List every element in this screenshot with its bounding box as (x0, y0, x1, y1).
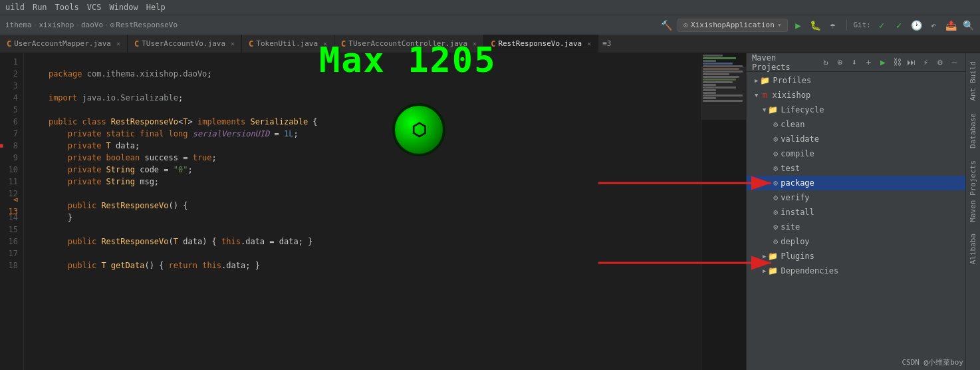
breadcrumb-daovo[interactable]: daoVo (81, 21, 103, 29)
maven-collapse-btn[interactable]: — (949, 57, 960, 69)
verify-gear-icon: ⚙ (773, 193, 778, 202)
code-line-14: } (29, 212, 695, 224)
code-line-4: import java.io.Serializable; (29, 92, 695, 104)
breadcrumb-xixishop[interactable]: xixishop (39, 21, 74, 29)
tree-item-clean[interactable]: ⚙ clean (747, 117, 965, 132)
side-tabs: Ant Build Database Maven Projects Alibab… (965, 53, 980, 370)
maven-import-btn[interactable]: ⊕ (834, 57, 846, 69)
maven-refresh-btn[interactable]: ↻ (820, 57, 831, 69)
run-config-selector[interactable]: ⊙ XixishopApplication ▾ (677, 19, 788, 32)
menu-build[interactable]: uild (5, 3, 25, 12)
tree-item-xixishop[interactable]: ▼ m xixishop (747, 88, 965, 102)
breadcrumb-class[interactable]: RestResponseVo (116, 21, 178, 29)
test-label: test (781, 164, 800, 173)
menu-tools[interactable]: Tools (55, 3, 79, 12)
dependencies-arrow: ▶ (763, 268, 766, 274)
menu-window[interactable]: Window (109, 3, 138, 12)
git-history[interactable]: 🕐 (910, 19, 923, 32)
maven-chain-btn[interactable]: ⛓ (892, 57, 903, 69)
profiles-arrow: ▶ (755, 77, 758, 84)
clean-label: clean (781, 120, 804, 129)
code-line-13: public RestResponseVo() { (29, 200, 695, 212)
tree-item-verify[interactable]: ⚙ verify (747, 190, 965, 205)
side-tab-alibaba[interactable]: Alibaba (967, 228, 979, 270)
close-tab-mapper[interactable]: ✕ (116, 40, 120, 47)
tab-restresponsevo[interactable]: C RestResponseVo.java ✕ (484, 35, 598, 53)
side-tab-database[interactable]: Database (967, 108, 979, 154)
search-btn[interactable]: 🔍 (961, 19, 975, 32)
breadcrumb: ithema › xixishop › daoVo › ⊙ RestRespon… (5, 21, 178, 29)
test-gear-icon: ⚙ (773, 164, 778, 173)
maven-settings-btn[interactable]: ⚙ (934, 57, 945, 69)
coverage-btn[interactable]: ☂ (826, 19, 840, 32)
maven-run-btn[interactable]: ▶ (877, 57, 888, 69)
lifecycle-folder-icon: 📁 (768, 105, 778, 114)
code-line-15 (29, 224, 695, 236)
code-line-12 (29, 188, 695, 200)
code-editor[interactable]: package com.ithema.xixishop.daoVo; impor… (24, 53, 701, 370)
code-line-11: private String msg; (29, 176, 695, 188)
tree-item-install[interactable]: ⚙ install (747, 205, 965, 220)
plugins-arrow: ▶ (763, 253, 766, 260)
maven-title: Maven Projects (752, 53, 817, 72)
run-btn[interactable]: ▶ (792, 19, 805, 32)
tree-item-package[interactable]: ⚙ package (747, 176, 965, 190)
lifecycle-label: Lifecycle (781, 105, 824, 114)
code-line-3 (29, 80, 695, 92)
line-numbers: 1 2 3 4 5 6 7 ●8 9 10 11 12 ⊲ 13 14 15 1… (0, 53, 24, 370)
install-gear-icon: ⚙ (773, 208, 778, 217)
close-tab-controller[interactable]: ✕ (473, 40, 477, 47)
tree-item-lifecycle[interactable]: ▼ 📁 Lifecycle (747, 102, 965, 117)
git-check1[interactable]: ✓ (875, 19, 888, 32)
deploy-label: deploy (781, 237, 809, 246)
maven-download-btn[interactable]: ⬇ (848, 57, 860, 69)
editor-area[interactable]: 1 2 3 4 5 6 7 ●8 9 10 11 12 ⊲ 13 14 15 1… (0, 53, 746, 370)
tab-tuservo[interactable]: C TUserAccountVo.java ✕ (128, 35, 242, 53)
clean-gear-icon: ⚙ (773, 120, 778, 129)
file-tabs: C UserAccountMapper.java ✕ C TUserAccoun… (0, 35, 980, 53)
tab-tokenutil[interactable]: C TokenUtil.java ✕ (242, 35, 334, 53)
tree-item-test[interactable]: ⚙ test (747, 161, 965, 176)
tree-item-deploy[interactable]: ⚙ deploy (747, 234, 965, 249)
package-label: package (781, 178, 814, 188)
tree-item-site[interactable]: ⚙ site (747, 220, 965, 234)
tree-item-validate[interactable]: ⚙ validate (747, 132, 965, 146)
close-tab-rest[interactable]: ✕ (587, 40, 591, 47)
tree-item-profiles[interactable]: ▶ 📁 Profiles (747, 73, 965, 88)
code-line-16: public RestResponseVo(T data) { this.dat… (29, 236, 695, 248)
deploy-gear-icon: ⚙ (773, 237, 778, 246)
git-push[interactable]: 📤 (944, 19, 957, 32)
install-label: install (781, 208, 814, 217)
tab-overflow[interactable]: ≡3 (598, 35, 615, 53)
side-tab-antbuild[interactable]: Ant Build (967, 56, 979, 106)
breadcrumb-ithema[interactable]: ithema (5, 21, 32, 29)
tree-item-plugins[interactable]: ▶ 📁 Plugins (747, 249, 965, 264)
tree-item-dependencies[interactable]: ▶ 📁 Dependencies (747, 264, 965, 278)
code-line-6: public class RestResponseVo<T> implement… (29, 116, 695, 128)
tab-controller[interactable]: C TUserAccountController.java ✕ (334, 35, 484, 53)
close-tab-uservo[interactable]: ✕ (231, 40, 235, 47)
menu-help[interactable]: Help (146, 3, 166, 12)
hammer-btn[interactable]: 🔨 (660, 19, 674, 32)
maven-bolt-btn[interactable]: ⚡ (920, 57, 931, 69)
tree-item-compile[interactable]: ⚙ compile (747, 146, 965, 161)
git-revert[interactable]: ↶ (927, 19, 940, 32)
minimap-viewport[interactable] (701, 67, 746, 120)
maven-tree[interactable]: ▶ 📁 Profiles ▼ m xixishop ▼ 📁 Lifecycle (747, 72, 965, 370)
side-tab-maven[interactable]: Maven Projects (967, 155, 979, 228)
dependencies-folder-icon: 📁 (768, 266, 778, 276)
menu-vcs[interactable]: VCS (87, 3, 102, 12)
xixishop-maven-icon: m (760, 91, 769, 100)
compile-label: compile (781, 149, 814, 158)
maven-skip-btn[interactable]: ⏭ (906, 57, 917, 69)
plugins-label: Plugins (781, 252, 814, 261)
maven-add-btn[interactable]: + (863, 57, 874, 69)
debug-btn[interactable]: 🐛 (809, 19, 822, 32)
git-check2[interactable]: ✓ (892, 19, 906, 32)
maven-header: Maven Projects ↻ ⊕ ⬇ + ▶ ⛓ ⏭ ⚡ ⚙ — (747, 53, 965, 72)
tab-usermapper[interactable]: C UserAccountMapper.java ✕ (0, 35, 128, 53)
dependencies-label: Dependencies (781, 266, 838, 276)
site-gear-icon: ⚙ (773, 222, 778, 232)
close-tab-token[interactable]: ✕ (323, 40, 327, 47)
menu-run[interactable]: Run (33, 3, 47, 12)
